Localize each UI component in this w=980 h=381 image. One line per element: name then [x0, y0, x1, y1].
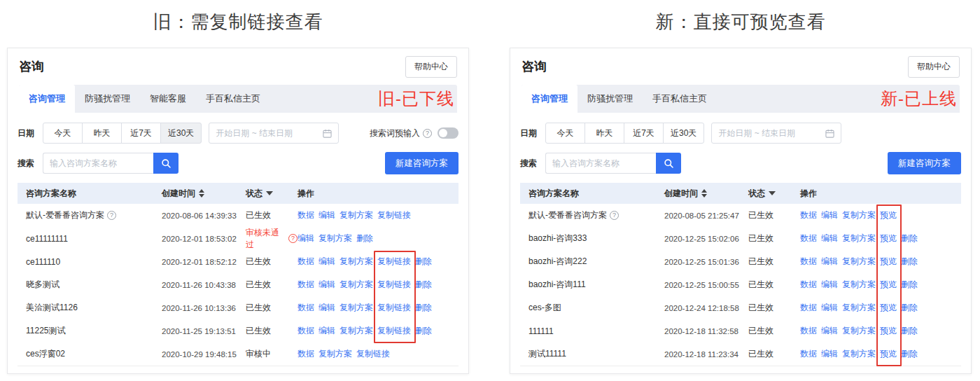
action-link[interactable]: 预览 [880, 348, 897, 360]
action-link[interactable]: 编辑 [318, 209, 335, 221]
action-link[interactable]: 复制链接 [356, 348, 390, 360]
action-link[interactable]: 复制方案 [842, 233, 876, 244]
date-preset-button[interactable]: 今天 [43, 123, 83, 144]
action-link[interactable]: 编辑 [318, 279, 335, 291]
action-link[interactable]: 复制方案 [340, 256, 373, 268]
action-link[interactable]: 复制方案 [842, 302, 876, 314]
action-link[interactable]: 数据 [298, 209, 314, 221]
help-center-button[interactable]: 帮助中心 [405, 56, 457, 78]
action-link[interactable]: 删除 [901, 348, 918, 360]
action-link[interactable]: 预览 [880, 209, 897, 221]
action-link[interactable]: 删除 [415, 279, 432, 291]
action-link[interactable]: 复制方案 [340, 325, 373, 337]
action-link[interactable]: 数据 [298, 279, 314, 291]
tab[interactable]: 咨询管理 [522, 85, 578, 113]
date-preset-button[interactable]: 昨天 [82, 123, 122, 144]
tab[interactable]: 手百私信主页 [196, 85, 270, 113]
filter-icon[interactable] [266, 191, 273, 195]
help-center-button[interactable]: 帮助中心 [908, 56, 960, 78]
filter-icon[interactable] [769, 191, 776, 195]
search-input[interactable] [43, 153, 153, 174]
date-preset-button[interactable]: 近30天 [160, 123, 202, 144]
action-link[interactable]: 预览 [880, 233, 897, 244]
action-link[interactable]: 复制方案 [842, 279, 876, 291]
action-link[interactable]: 预览 [880, 256, 897, 268]
action-link[interactable]: 删除 [356, 233, 373, 244]
sort-icon[interactable] [199, 189, 204, 198]
action-link[interactable]: 数据 [298, 256, 314, 268]
action-link[interactable]: 预览 [880, 302, 897, 314]
search-button[interactable] [153, 153, 178, 174]
action-link[interactable]: 复制链接 [377, 325, 411, 337]
action-link[interactable]: 数据 [800, 256, 817, 268]
plan-name-cell: 晓多测试 [18, 279, 162, 291]
search-preinput-toggle[interactable] [438, 127, 458, 139]
action-link[interactable]: 数据 [800, 348, 817, 360]
column-created-time[interactable]: 创建时间 [664, 188, 748, 200]
action-link[interactable]: 复制方案 [842, 256, 876, 268]
action-link[interactable]: 编辑 [821, 279, 838, 291]
date-range-input[interactable]: 开始日期 ~ 结束日期 [711, 123, 841, 144]
action-link[interactable]: 删除 [901, 279, 918, 291]
column-created-time[interactable]: 创建时间 [162, 188, 246, 200]
action-link[interactable]: 复制链接 [377, 279, 411, 291]
action-link[interactable]: 预览 [880, 325, 897, 337]
action-link[interactable]: 删除 [901, 256, 918, 268]
filter-area: 日期 今天昨天近7天近30天 开始日期 ~ 结束日期 搜索词预输入 [8, 113, 468, 174]
action-link[interactable]: 复制方案 [340, 302, 373, 314]
action-link[interactable]: 数据 [298, 302, 314, 314]
action-link[interactable]: 编辑 [298, 233, 314, 244]
action-link[interactable]: 预览 [880, 279, 897, 291]
column-status[interactable]: 状态 [748, 188, 800, 200]
action-link[interactable]: 删除 [901, 325, 918, 337]
action-link[interactable]: 编辑 [821, 233, 838, 244]
action-link[interactable]: 数据 [800, 233, 817, 244]
action-link[interactable]: 复制链接 [377, 256, 411, 268]
action-link[interactable]: 数据 [298, 325, 314, 337]
tab[interactable]: 咨询管理 [19, 85, 75, 113]
action-link[interactable]: 复制方案 [318, 348, 352, 360]
sort-icon[interactable] [701, 189, 707, 198]
action-link[interactable]: 编辑 [821, 325, 838, 337]
date-preset-button[interactable]: 昨天 [584, 123, 624, 144]
action-link[interactable]: 数据 [800, 279, 817, 291]
action-link[interactable]: 数据 [800, 325, 817, 337]
action-link[interactable]: 复制方案 [842, 209, 876, 221]
search-input[interactable] [545, 153, 656, 174]
action-link[interactable]: 编辑 [821, 256, 838, 268]
action-link[interactable]: 复制链接 [377, 209, 411, 221]
action-link[interactable]: 复制方案 [842, 325, 876, 337]
date-range-input[interactable]: 开始日期 ~ 结束日期 [209, 123, 339, 144]
action-link[interactable]: 复制方案 [340, 209, 373, 221]
action-link[interactable]: 复制链接 [377, 302, 411, 314]
create-plan-button[interactable]: 新建咨询方案 [385, 152, 458, 174]
create-plan-button[interactable]: 新建咨询方案 [888, 152, 961, 174]
date-preset-button[interactable]: 近7天 [624, 123, 664, 144]
action-link[interactable]: 复制方案 [340, 279, 373, 291]
action-link[interactable]: 数据 [298, 348, 314, 360]
action-link[interactable]: 编辑 [821, 302, 838, 314]
action-link[interactable]: 数据 [800, 302, 817, 314]
tab[interactable]: 智能客服 [140, 85, 196, 113]
action-link[interactable]: 编辑 [821, 209, 838, 221]
date-preset-button[interactable]: 今天 [545, 123, 585, 144]
action-link[interactable]: 数据 [800, 209, 817, 221]
date-preset-button[interactable]: 近7天 [121, 123, 161, 144]
action-link[interactable]: 复制方案 [318, 233, 352, 244]
action-link[interactable]: 删除 [415, 256, 432, 268]
action-link[interactable]: 编辑 [318, 325, 335, 337]
action-link[interactable]: 删除 [415, 325, 432, 337]
column-status[interactable]: 状态 [246, 188, 298, 200]
action-link[interactable]: 删除 [415, 302, 432, 314]
action-link[interactable]: 编辑 [318, 302, 335, 314]
date-preset-button[interactable]: 近30天 [663, 123, 704, 144]
action-link[interactable]: 删除 [901, 302, 918, 314]
action-link[interactable]: 复制方案 [842, 348, 876, 360]
search-button[interactable] [656, 153, 681, 174]
tab[interactable]: 手百私信主页 [643, 85, 717, 113]
action-link[interactable]: 删除 [901, 233, 918, 244]
tab[interactable]: 防骚扰管理 [75, 85, 140, 113]
tab[interactable]: 防骚扰管理 [578, 85, 643, 113]
action-link[interactable]: 编辑 [821, 348, 838, 360]
action-link[interactable]: 编辑 [318, 256, 335, 268]
